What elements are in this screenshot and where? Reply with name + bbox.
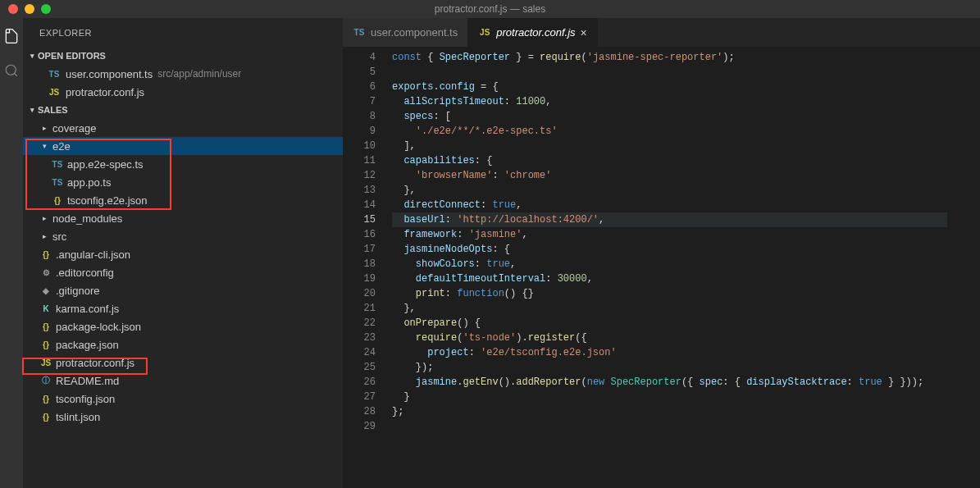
tree-file[interactable]: ⚙.editorconfig — [23, 263, 343, 281]
code-area[interactable]: 4567891011121314151617181920212223242526… — [343, 47, 980, 488]
line-number: 7 — [343, 94, 376, 109]
tree-file[interactable]: {}package.json — [23, 335, 343, 353]
line-number: 22 — [343, 316, 376, 331]
window-title: protractor.conf.js — sales — [435, 3, 545, 15]
tree-file[interactable]: {}tslint.json — [23, 408, 343, 426]
code-line[interactable] — [392, 419, 947, 434]
tree-file[interactable]: ◆.gitignore — [23, 281, 343, 299]
file-type-icon: ◆ — [39, 286, 52, 295]
editor-tab[interactable]: TSuser.component.ts — [343, 18, 468, 47]
file-type-icon: TS — [51, 160, 64, 169]
open-editor-path: src/app/admin/user — [157, 68, 241, 80]
open-editors-header[interactable]: ▾ OPEN EDITORS — [23, 47, 343, 65]
line-number: 25 — [343, 360, 376, 375]
open-editor-item[interactable]: TSuser.component.tssrc/app/admin/user — [23, 65, 343, 83]
search-activity-icon[interactable] — [3, 62, 20, 79]
tree-folder[interactable]: ▸src — [23, 227, 343, 245]
code-line[interactable] — [392, 65, 947, 80]
code-line[interactable]: project: 'e2e/tsconfig.e2e.json' — [392, 345, 947, 360]
code-line[interactable]: require('ts-node').register({ — [392, 331, 947, 345]
minimize-window-button[interactable] — [25, 4, 34, 14]
code-line[interactable]: }, — [392, 183, 947, 198]
code-line[interactable]: directConnect: true, — [392, 198, 947, 212]
line-number: 27 — [343, 390, 376, 404]
line-number: 24 — [343, 345, 376, 360]
tree-file[interactable]: {}package-lock.json — [23, 317, 343, 335]
tree-item-label: package.json — [56, 339, 119, 351]
code-line[interactable]: 'browserName': 'chrome' — [392, 168, 947, 183]
code-line[interactable]: allScriptsTimeout: 11000, — [392, 94, 947, 109]
close-window-button[interactable] — [8, 4, 18, 14]
code-line[interactable]: capabilities: { — [392, 153, 947, 168]
code-line[interactable]: specs: [ — [392, 109, 947, 124]
code-line[interactable]: baseUrl: 'http://localhost:4200/', — [392, 212, 947, 227]
editor-group: TSuser.component.tsJSprotractor.conf.js×… — [343, 18, 980, 488]
line-number: 13 — [343, 183, 376, 198]
code-line[interactable]: exports.config = { — [392, 80, 947, 94]
open-editor-filename: user.component.ts — [66, 68, 153, 80]
line-number: 21 — [343, 301, 376, 316]
code-line[interactable]: }); — [392, 360, 947, 375]
close-tab-icon[interactable]: × — [581, 26, 587, 39]
editor-tab[interactable]: JSprotractor.conf.js× — [468, 18, 598, 47]
code-line[interactable]: framework: 'jasmine', — [392, 227, 947, 242]
tree-item-label: coverage — [52, 122, 96, 135]
code-line[interactable]: jasmineNodeOpts: { — [392, 242, 947, 257]
tree-folder[interactable]: ▸coverage — [23, 119, 343, 137]
js-file-icon: JS — [48, 88, 61, 97]
line-number: 23 — [343, 331, 376, 345]
code-line[interactable]: showColors: true, — [392, 257, 947, 271]
chevron-down-icon: ▾ — [26, 106, 38, 114]
activity-bar — [0, 18, 23, 488]
tree-folder[interactable]: ▸node_modules — [23, 209, 343, 227]
tree-file[interactable]: JSprotractor.conf.js — [23, 353, 343, 372]
editor-tabs: TSuser.component.tsJSprotractor.conf.js× — [343, 18, 980, 47]
code-line[interactable]: './e2e/**/*.e2e-spec.ts' — [392, 124, 947, 139]
code-line[interactable]: print: function() {} — [392, 286, 947, 301]
tree-file[interactable]: {}.angular-cli.json — [23, 245, 343, 263]
line-number: 4 — [343, 50, 376, 65]
tree-item-label: e2e — [52, 140, 71, 153]
line-number: 17 — [343, 242, 376, 257]
tree-item-label: .angular-cli.json — [56, 249, 130, 261]
code-line[interactable]: }; — [392, 404, 947, 419]
tab-label: protractor.conf.js — [496, 26, 575, 39]
line-number: 19 — [343, 271, 376, 286]
code-line[interactable]: defaultTimeoutInterval: 30000, — [392, 271, 947, 286]
code-content[interactable]: const { SpecReporter } = require('jasmin… — [392, 47, 947, 488]
chevron-down-icon: ▾ — [39, 142, 49, 150]
code-line[interactable]: const { SpecReporter } = require('jasmin… — [392, 50, 947, 65]
file-type-icon: JS — [39, 358, 52, 367]
tree-item-label: src — [52, 230, 66, 243]
file-type-icon: ⚙ — [39, 268, 52, 277]
minimap[interactable] — [947, 47, 980, 488]
tree-file[interactable]: TSapp.po.ts — [23, 173, 343, 191]
tree-item-label: protractor.conf.js — [56, 357, 134, 369]
explorer-activity-icon[interactable] — [3, 28, 20, 44]
code-line[interactable]: jasmine.getEnv().addReporter(new SpecRep… — [392, 375, 947, 390]
tree-file[interactable]: Kkarma.conf.js — [23, 299, 343, 317]
workspace-header[interactable]: ▾ SALES — [23, 101, 343, 119]
code-line[interactable]: ], — [392, 139, 947, 153]
tree-file[interactable]: {}tsconfig.json — [23, 390, 343, 408]
maximize-window-button[interactable] — [41, 4, 51, 14]
code-line[interactable]: onPrepare() { — [392, 316, 947, 331]
tree-file[interactable]: TSapp.e2e-spec.ts — [23, 155, 343, 173]
code-line[interactable]: }, — [392, 301, 947, 316]
tree-file[interactable]: ⓘREADME.md — [23, 372, 343, 390]
file-type-icon: ⓘ — [39, 375, 52, 386]
file-type-icon: {} — [39, 250, 52, 259]
titlebar: protractor.conf.js — sales — [0, 0, 980, 18]
tree-item-label: app.po.ts — [67, 176, 112, 189]
code-line[interactable]: } — [392, 390, 947, 404]
file-type-icon: {} — [51, 196, 64, 205]
tree-folder[interactable]: ▾e2e — [23, 137, 343, 155]
open-editor-item[interactable]: JSprotractor.conf.js — [23, 83, 343, 101]
tree-item-label: .editorconfig — [56, 267, 114, 279]
line-number: 11 — [343, 153, 376, 168]
chevron-down-icon: ▾ — [26, 52, 38, 60]
line-number: 15 — [343, 212, 376, 227]
tree-file[interactable]: {}tsconfig.e2e.json — [23, 191, 343, 209]
tree-item-label: README.md — [56, 375, 119, 387]
tab-label: user.component.ts — [371, 26, 458, 39]
